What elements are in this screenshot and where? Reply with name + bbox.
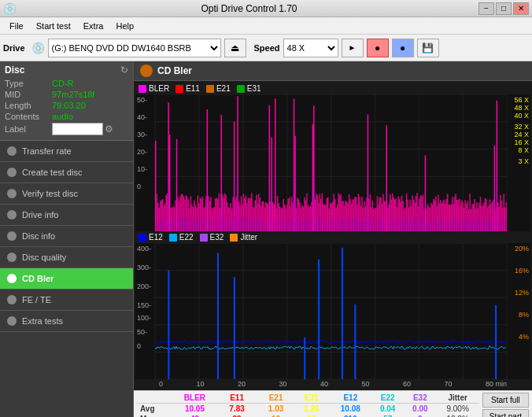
speed-apply-button[interactable]: ► xyxy=(342,39,364,57)
start-full-button[interactable]: Start full xyxy=(482,393,529,408)
minimize-button[interactable]: − xyxy=(478,2,494,15)
x-label-10: 10 xyxy=(196,380,204,388)
save-button[interactable]: 💾 xyxy=(417,39,439,57)
menu-extra[interactable]: Extra xyxy=(77,20,110,32)
x-label-60: 60 xyxy=(403,380,411,388)
gear-icon xyxy=(6,188,17,199)
action-buttons: Start full Start part xyxy=(482,393,529,417)
disc-refresh-icon[interactable]: ↻ xyxy=(120,65,128,76)
x-label-30: 30 xyxy=(279,380,286,388)
stats-col-e12: E12 xyxy=(330,393,372,404)
x-label-80-min: 80 min xyxy=(486,380,507,388)
stats-cell-avg-e11: 7.83 xyxy=(216,404,258,415)
legend-e12: E12 xyxy=(139,233,163,242)
info-button[interactable]: ● xyxy=(392,39,414,57)
gear-icon xyxy=(6,209,17,220)
upper-legend: BLER E11 E21 E31 xyxy=(135,83,530,94)
gear-icon xyxy=(6,316,17,327)
sidebar-item-verify-test-disc[interactable]: Verify test disc xyxy=(0,183,133,205)
gear-icon xyxy=(6,231,17,242)
stats-row-avg: Avg 10.05 7.83 1.03 1.20 10.08 0.04 0.00… xyxy=(137,404,479,415)
close-button[interactable]: ✕ xyxy=(513,2,529,15)
stats-cell-avg-e21: 1.03 xyxy=(258,404,294,415)
y-axis-upper-left: 50- 40- 30- 20- 10- 0 xyxy=(137,96,147,190)
nav-label-cd-bler: CD Bler xyxy=(22,274,54,283)
legend-bler: BLER xyxy=(139,84,169,93)
stats-table: BLER E11 E21 E31 E12 E22 E32 Jitter Avg … xyxy=(137,393,479,417)
eject-button[interactable]: ⏏ xyxy=(224,39,246,57)
stats-cell-avg-e32: 0.00 xyxy=(404,404,436,415)
stats-cell-max-bler: 49 xyxy=(174,414,216,417)
stats-cell-avg-e12: 10.08 xyxy=(330,404,372,415)
chart-title: CD Bler xyxy=(157,65,192,76)
stats-col-e31: E31 xyxy=(294,393,329,404)
gear-icon xyxy=(6,146,17,157)
start-part-button[interactable]: Start part xyxy=(482,409,529,417)
nav-label-drive-info: Drive info xyxy=(22,210,58,220)
window-controls: − □ ✕ xyxy=(478,2,529,15)
disc-label-icon[interactable]: ⚙ xyxy=(105,124,113,135)
legend-label-e22: E22 xyxy=(179,233,194,242)
maximize-button[interactable]: □ xyxy=(496,2,512,15)
reset-button[interactable]: ● xyxy=(367,39,389,57)
stats-col-e32: E32 xyxy=(404,393,436,404)
stats-cell-max-e11: 39 xyxy=(216,414,258,417)
disc-type-row: Type CD-R xyxy=(5,79,128,88)
gear-icon xyxy=(6,252,17,263)
stats-header-row: BLER E11 E21 E31 E12 E22 E32 Jitter xyxy=(137,393,479,404)
x-label-50: 50 xyxy=(361,380,369,388)
stats-col-e11: E11 xyxy=(216,393,258,404)
y-axis-lower-left: 400- 300- 200- 150- 100- 50- 0 xyxy=(137,245,151,350)
nav-label-extra-tests: Extra tests xyxy=(22,316,63,326)
speed-select[interactable]: 48 X xyxy=(283,39,338,57)
menu-start-test[interactable]: Start test xyxy=(30,20,77,32)
gear-icon xyxy=(6,273,17,284)
stats-cell-max-e31: 27 xyxy=(294,414,329,417)
main-area: Disc ↻ Type CD-R MID 97m27s18f Length 79… xyxy=(0,61,532,417)
stats-cell-max-jitter: 10.2% xyxy=(436,414,478,417)
sidebar-item-create-test-disc[interactable]: Create test disc xyxy=(0,162,133,183)
x-label-70: 70 xyxy=(444,380,452,388)
sidebar-item-drive-info[interactable]: Drive info xyxy=(0,205,133,226)
lower-chart: 20% 16% 12% 8% 4% 400- 300- 200- 150- 10… xyxy=(135,243,530,379)
stats-col-bler: BLER xyxy=(174,393,216,404)
stats-area: BLER E11 E21 E31 E12 E22 E32 Jitter Avg … xyxy=(134,390,532,417)
drive-select[interactable]: (G:) BENQ DVD DD DW1640 BSRB xyxy=(48,39,221,57)
nav-label-disc-info: Disc info xyxy=(22,231,55,241)
stats-cell-max-e21: 16 xyxy=(258,414,294,417)
menubar: File Start test Extra Help xyxy=(0,17,532,35)
sidebar-item-disc-info[interactable]: Disc info xyxy=(0,226,133,247)
drive-label: Drive xyxy=(3,43,25,53)
stats-row-label-max: Max xyxy=(137,414,174,417)
y-axis-upper-right: 56 X 48 X 40 X 32 X 24 X 16 X 8 X 3 X xyxy=(514,96,529,165)
nav-label-disc-quality: Disc quality xyxy=(22,253,66,262)
stats-cell-max-e12: 316 xyxy=(330,414,372,417)
chart-icon xyxy=(140,65,153,77)
menu-help[interactable]: Help xyxy=(109,20,140,32)
disc-label-row: Label ⚙ xyxy=(5,123,128,135)
menu-file[interactable]: File xyxy=(3,20,30,32)
sidebar-item-transfer-rate[interactable]: Transfer rate xyxy=(0,141,133,162)
disc-mid-row: MID 97m27s18f xyxy=(5,90,128,99)
nav-label-create-test-disc: Create test disc xyxy=(22,168,82,177)
legend-label-e32: E32 xyxy=(210,233,224,242)
sidebar-item-disc-quality[interactable]: Disc quality xyxy=(0,247,133,268)
sidebar-item-extra-tests[interactable]: Extra tests xyxy=(0,311,133,332)
y-axis-lower-right: 20% 16% 12% 8% 4% xyxy=(515,245,529,341)
stats-row-label-avg: Avg xyxy=(137,404,174,415)
disc-mid-label: MID xyxy=(5,90,52,99)
stats-cell-avg-jitter: 9.00% xyxy=(436,404,478,415)
disc-contents-row: Contents audio xyxy=(5,112,128,121)
legend-label-e12: E12 xyxy=(149,233,163,242)
sidebar-item-cd-bler[interactable]: CD Bler xyxy=(0,268,133,290)
legend-label-e11: E11 xyxy=(186,84,200,93)
disc-label-input[interactable] xyxy=(52,123,103,135)
disc-type-value: CD-R xyxy=(52,79,74,88)
nav-label-fe-te: FE / TE xyxy=(22,295,51,304)
stats-cell-avg-bler: 10.05 xyxy=(174,404,216,415)
disc-length-value: 79:03.20 xyxy=(52,101,86,110)
sidebar-item-fe-te[interactable]: FE / TE xyxy=(0,290,133,311)
stats-col-e22: E22 xyxy=(371,393,404,404)
legend-label-jitter: Jitter xyxy=(240,233,257,242)
upper-chart: 56 X 48 X 40 X 32 X 24 X 16 X 8 X 3 X 50… xyxy=(135,94,530,231)
